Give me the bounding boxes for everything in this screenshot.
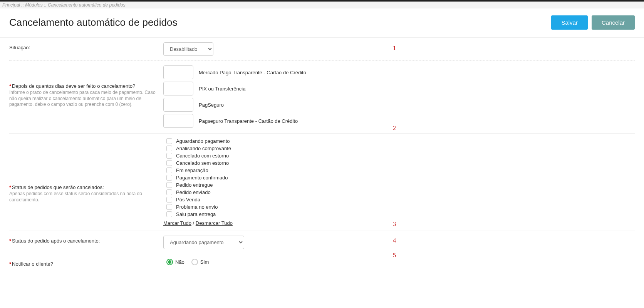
payment-days-input[interactable]	[163, 114, 193, 128]
status-checkbox-label: Analisando comprovante	[176, 146, 231, 151]
status-checkbox-item[interactable]: Em separação	[166, 167, 635, 173]
cancel-button[interactable]: Cancelar	[592, 15, 635, 30]
status-checkbox-label: Pagamento confirmado	[176, 175, 228, 181]
status-checkbox-item[interactable]: Pagamento confirmado	[166, 175, 635, 181]
status-checkbox-item[interactable]: Aguardando pagamento	[166, 138, 635, 144]
notify-label: *Notificar o cliente?	[9, 261, 156, 267]
breadcrumb: Principal :: Módulos :: Cancelamento aut…	[0, 2, 644, 8]
status-checkbox-label: Aguardando pagamento	[176, 138, 230, 144]
status-checkbox[interactable]	[166, 153, 172, 159]
status-checkbox-label: Pós Venda	[176, 197, 200, 203]
status-checkbox-label: Em separação	[176, 167, 208, 173]
payment-days-input[interactable]	[163, 65, 193, 79]
status-checkbox[interactable]	[166, 160, 172, 166]
status-checkbox-item[interactable]: Saiu para entrega	[166, 211, 635, 217]
status-checkbox-item[interactable]: Problema no envio	[166, 204, 635, 210]
status-checkbox[interactable]	[166, 204, 172, 210]
form: Situação: Desabilitado 1 *Depois de quan…	[0, 38, 644, 271]
save-button[interactable]: Salvar	[551, 15, 588, 30]
payment-item: Pagseguro Transparente - Cartão de Crédi…	[163, 114, 635, 128]
payment-label: Pagseguro Transparente - Cartão de Crédi…	[199, 118, 298, 124]
required-marker: *	[9, 238, 11, 244]
required-marker: *	[9, 261, 11, 267]
status-checkbox-label: Pedido entregue	[176, 182, 213, 188]
days-help: Informe o prazo de cancelamento para cad…	[9, 90, 156, 108]
payment-item: Mercado Pago Transparente - Cartão de Cr…	[163, 65, 635, 79]
annotation-3: 3	[393, 221, 396, 228]
notify-radio-group: Não Sim	[166, 259, 635, 265]
row-days: *Depois de quantos dias deve ser feito o…	[9, 61, 635, 134]
situation-select[interactable]: Desabilitado	[163, 42, 213, 56]
row-status-cancel: *Status de pedidos que serão cancelados:…	[9, 134, 635, 231]
header-actions: Salvar Cancelar	[551, 15, 635, 30]
status-checkbox[interactable]	[166, 189, 172, 195]
situation-label: Situação:	[9, 45, 156, 50]
status-checkbox-item[interactable]: Cancelado com estorno	[166, 153, 635, 159]
status-checkbox[interactable]	[166, 211, 172, 217]
status-checkbox-item[interactable]: Analisando comprovante	[166, 146, 635, 151]
status-checkbox[interactable]	[166, 197, 172, 203]
annotation-4: 4	[393, 237, 396, 244]
status-checkbox[interactable]	[166, 175, 172, 181]
status-checkbox-list: Aguardando pagamentoAnalisando comprovan…	[166, 138, 635, 217]
status-checkbox[interactable]	[166, 167, 172, 173]
unmark-all-link[interactable]: Desmarcar Tudo	[196, 220, 233, 226]
status-checkbox-label: Problema no envio	[176, 204, 218, 210]
payment-days-input[interactable]	[163, 98, 193, 112]
status-checkbox-item[interactable]: Cancelado sem estorno	[166, 160, 635, 166]
status-checkbox-label: Cancelado com estorno	[176, 153, 229, 159]
notify-no-option[interactable]: Não	[166, 259, 184, 265]
required-marker: *	[9, 184, 11, 190]
status-checkbox-item[interactable]: Pedido enviado	[166, 189, 635, 195]
status-checkbox-item[interactable]: Pedido entregue	[166, 182, 635, 188]
row-status-after: *Status do pedido após o cancelamento: A…	[9, 231, 635, 254]
status-checkbox-item[interactable]: Pós Venda	[166, 197, 635, 203]
payment-item: PIX ou Transferência	[163, 82, 635, 95]
row-situation: Situação: Desabilitado 1	[9, 38, 635, 61]
payment-days-input[interactable]	[163, 82, 193, 95]
payment-label: PIX ou Transferência	[199, 86, 245, 92]
payment-label: Mercado Pago Transparente - Cartão de Cr…	[199, 70, 306, 75]
page-header: Cancelamento automático de pedidos Salva…	[0, 8, 644, 38]
row-notify: *Notificar o cliente? Não Sim 5	[9, 254, 635, 271]
notify-yes-option[interactable]: Sim	[191, 259, 209, 265]
notify-no-label: Não	[175, 259, 184, 265]
status-checkbox-label: Pedido enviado	[176, 189, 211, 195]
status-after-label: *Status do pedido após o cancelamento:	[9, 238, 156, 244]
page-title: Cancelamento automático de pedidos	[9, 17, 178, 28]
annotation-1: 1	[393, 45, 396, 52]
status-checkbox[interactable]	[166, 182, 172, 188]
status-cancel-help: Apenas pedidos com esse status serão con…	[9, 191, 156, 203]
annotation-2: 2	[393, 125, 396, 132]
status-checkbox[interactable]	[166, 146, 172, 151]
payment-label: PagSeguro	[199, 102, 224, 108]
status-checkbox-label: Cancelado sem estorno	[176, 160, 229, 166]
radio-icon	[191, 259, 198, 265]
notify-yes-label: Sim	[200, 259, 209, 265]
status-bulk-links: Marcar Tudo / Desmarcar Tudo	[163, 220, 635, 226]
status-cancel-label: *Status de pedidos que serão cancelados:	[9, 184, 156, 190]
payment-group: Mercado Pago Transparente - Cartão de Cr…	[163, 65, 635, 129]
required-marker: *	[9, 83, 11, 89]
payment-item: PagSeguro	[163, 98, 635, 112]
radio-icon	[166, 259, 173, 265]
days-label: *Depois de quantos dias deve ser feito o…	[9, 83, 156, 89]
mark-all-link[interactable]: Marcar Tudo	[163, 220, 191, 226]
status-after-select[interactable]: Aguardando pagamento	[163, 236, 244, 249]
annotation-5: 5	[393, 252, 396, 259]
status-checkbox-label: Saiu para entrega	[176, 211, 216, 217]
status-checkbox[interactable]	[166, 138, 172, 144]
